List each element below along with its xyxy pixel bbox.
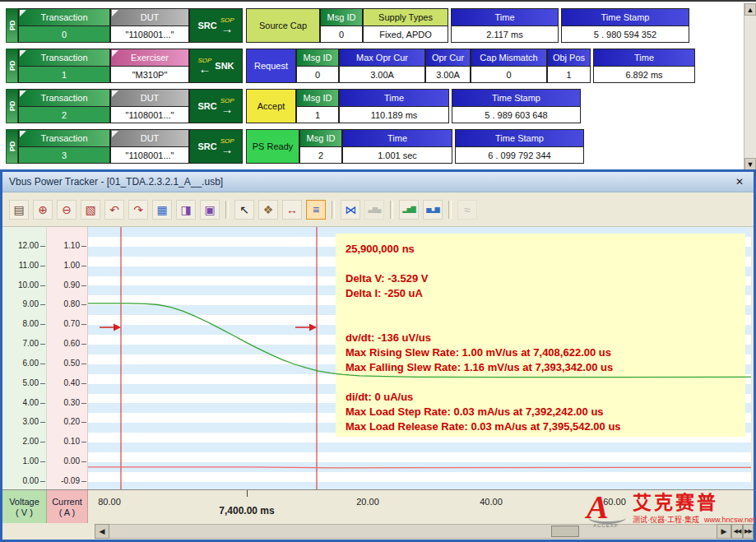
transaction-panel: PDTransaction0DUT"1108001..."SRCSOP→Sour… — [0, 0, 756, 169]
message-type-cell[interactable]: PS Ready — [246, 129, 299, 164]
zoom-next-icon[interactable]: ↷ — [128, 200, 148, 220]
zoom-out-icon[interactable]: ⊖ — [57, 200, 77, 220]
transaction-rows: PDTransaction0DUT"1108001..."SRCSOP→Sour… — [6, 8, 695, 169]
scroll-up-button[interactable]: ▲ — [744, 3, 756, 16]
transaction-row[interactable]: PDTransaction3DUT"1108001..."SRCSOP→PS R… — [6, 129, 695, 164]
current-tick-label: 0.80 — [49, 299, 80, 309]
field-header: Time — [451, 8, 559, 25]
direction-arrow-icon: → — [221, 22, 234, 35]
field-header: Time Stamp — [561, 8, 689, 25]
logo-swoosh — [588, 512, 626, 524]
zoom-in-icon[interactable]: ⊕ — [33, 200, 53, 220]
window-titlebar[interactable]: Vbus Power Tracker - [01_TDA.2.3.2.1_A__… — [2, 172, 754, 192]
toolbar: ▤⊕⊖▧↶↷▦◨▣↖❖↔≡⋈▃▆▄▂▅▇▅▂▆≈ — [2, 192, 754, 227]
field-header: Msg ID — [320, 8, 363, 25]
vendor-logo: A ACCEXP — [587, 492, 629, 530]
pd-tab[interactable]: PD — [6, 89, 18, 123]
zoom-prev-icon[interactable]: ↶ — [104, 200, 124, 220]
tick-mark — [81, 266, 86, 266]
party-value: "1108001..." — [110, 106, 189, 123]
annotation-line: Max Falling Slew Rate: 1.16 mV/us at 7,3… — [346, 360, 737, 375]
voltage-tick-label: 0.00 — [4, 476, 39, 486]
pd-tab[interactable]: PD — [6, 129, 18, 164]
party-header: DUT — [110, 8, 189, 25]
current-tick-label: 0.50 — [49, 359, 80, 368]
field-header: Time — [339, 89, 449, 106]
toolbar-separator — [225, 201, 229, 219]
tick-mark — [81, 304, 86, 305]
slew-chart-icon[interactable]: ▅▂▆ — [423, 200, 443, 220]
close-button[interactable]: ✕ — [732, 174, 747, 189]
pan-hand-icon[interactable]: ❖ — [258, 200, 278, 220]
annotation-line: 25,900,000 ns — [346, 242, 737, 257]
message-type-cell[interactable]: Request — [246, 49, 296, 83]
transaction-number: 2 — [18, 106, 110, 123]
stats-icon[interactable]: ▃▆▄ — [364, 200, 384, 220]
vendor-tagline: 测试·仪器·工程·集成www.hncsw.net — [633, 514, 755, 525]
tick-mark — [81, 285, 86, 286]
field-value: 3.00A — [339, 66, 425, 83]
tick-mark — [40, 481, 45, 482]
vbus-power-tracker-window: Vbus Power Tracker - [01_TDA.2.3.2.1_A__… — [0, 169, 756, 542]
scroll-left-button[interactable]: ◀ — [95, 524, 109, 539]
waveform-icon[interactable]: ≈ — [457, 200, 477, 220]
annotation-line: Max Load Release Rate: 0.03 mA/us at 7,3… — [346, 419, 737, 434]
message-type-cell[interactable]: Source Cap — [246, 8, 320, 43]
field-value: 5 . 989 603 648 — [452, 106, 581, 123]
display-icon[interactable]: ▣ — [200, 200, 220, 220]
snapshot-icon[interactable]: ◨ — [176, 200, 196, 220]
select-cursor-icon[interactable]: ↖ — [234, 200, 254, 220]
toolbar-separator — [448, 201, 452, 219]
message-type-cell[interactable]: Accept — [246, 89, 296, 123]
transaction-row[interactable]: PDTransaction2DUT"1108001..."SRCSOP→Acce… — [6, 89, 695, 123]
pd-tab[interactable]: PD — [6, 8, 18, 43]
annotation-line — [346, 301, 737, 316]
transaction-header: Transaction — [18, 49, 110, 66]
window-title: Vbus Power Tracker - [01_TDA.2.3.2.1_A__… — [9, 176, 223, 188]
voltage-tick-label: 5.00 — [4, 378, 39, 388]
field-header: Time — [342, 129, 452, 146]
annotation-line: Delta V: -3.529 V — [346, 271, 737, 286]
role-label: SRC — [197, 21, 216, 30]
party-value: "M310P" — [110, 66, 189, 83]
multi-chart-icon[interactable]: ▂▅▇ — [399, 200, 419, 220]
field-value: 0 — [320, 25, 363, 43]
current-tick-label: 0.30 — [49, 398, 80, 408]
current-tick-label: 0.20 — [49, 417, 80, 427]
tick-mark — [40, 246, 45, 247]
tick-mark — [81, 442, 86, 442]
transactions-vertical-scrollbar[interactable]: ▲ ▼ — [744, 3, 756, 171]
direction-arrow-icon: → — [221, 143, 234, 155]
tick-mark — [40, 285, 45, 286]
export-icon[interactable]: ▤ — [9, 200, 29, 220]
scroll-down-button[interactable]: ▼ — [744, 158, 756, 170]
vendor-url: www.hncsw.net — [704, 516, 755, 524]
role-label: SRC — [197, 101, 216, 111]
transaction-row[interactable]: PDTransaction0DUT"1108001..."SRCSOP→Sour… — [6, 8, 695, 43]
voltage-tick-label: 4.00 — [4, 398, 39, 408]
annotation-line: dv/dt: -136 uV/us — [346, 331, 737, 345]
scrollbar-thumb[interactable] — [551, 526, 579, 537]
direction-cell: SRCSOP→ — [189, 129, 243, 164]
tick-mark — [40, 383, 45, 384]
direction-cell: SRCSOP→ — [189, 89, 243, 123]
field-header: Cap Mismatch — [471, 49, 547, 66]
config-list-icon[interactable]: ≡ — [306, 200, 326, 220]
tick-mark — [81, 461, 86, 462]
x-axis-label: 7,400.00 ms — [219, 505, 274, 517]
transaction-row[interactable]: PDTransaction1Exerciser"M310P"SOP←SNKReq… — [6, 49, 695, 83]
tick-mark — [40, 461, 45, 462]
direction-cell: SRCSOP→ — [189, 8, 243, 43]
zoom-region-icon[interactable]: ▧ — [81, 200, 100, 220]
field-value: 1.001 sec — [342, 146, 452, 164]
field-value: 3.00A — [425, 66, 471, 83]
markers-icon[interactable]: ⋈ — [341, 200, 360, 220]
palette-icon[interactable]: ▦ — [152, 200, 172, 220]
tick-mark — [40, 304, 45, 305]
pd-tab[interactable]: PD — [6, 49, 18, 83]
direction-arrow-icon: → — [221, 103, 234, 115]
measure-icon[interactable]: ↔ — [282, 200, 302, 220]
field-value: 1 — [296, 106, 339, 123]
current-tick-label: 0.60 — [49, 339, 80, 349]
party-header: DUT — [110, 129, 189, 146]
